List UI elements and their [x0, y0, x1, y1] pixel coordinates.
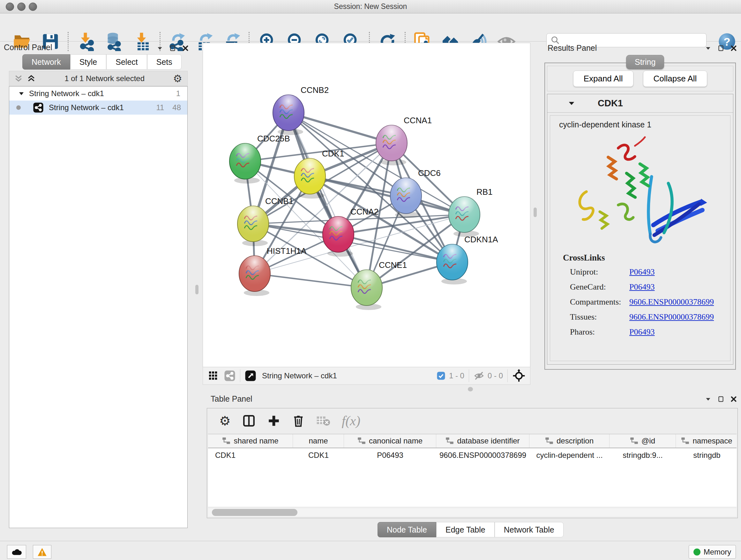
cloud-button[interactable] [7, 545, 26, 559]
main-toolbar: ? [0, 13, 741, 42]
table-cell: P06493 [344, 448, 436, 462]
show-columns-icon[interactable] [242, 414, 256, 428]
hidden-node-edge-count: 0 - 0 [488, 371, 503, 380]
network-options-gear-icon[interactable]: ⚙ [173, 72, 182, 84]
node-CCNE1[interactable]: CCNE1 [351, 260, 407, 310]
gene-result-card: CDK1 cyclin-dependent kinase 1 [547, 94, 733, 365]
column-label: name [309, 436, 328, 445]
table-container: ⚙ f(x) shared namenamecanonical namedata… [207, 408, 738, 518]
node-label: CCNA1 [404, 116, 432, 125]
panel-float-icon[interactable] [718, 395, 724, 402]
panel-close-icon[interactable] [182, 45, 189, 52]
column-header-shared-name[interactable]: shared name [208, 434, 293, 448]
table-horizontal-scrollbar[interactable] [208, 508, 737, 516]
delete-column-icon[interactable] [292, 414, 305, 428]
collection-name: String Network – cdk1 [29, 89, 104, 98]
panel-close-icon[interactable] [730, 395, 737, 402]
crosslink-link[interactable]: P06493 [629, 267, 655, 277]
panel-close-icon[interactable] [730, 45, 737, 52]
panel-menu-icon[interactable] [704, 395, 712, 402]
table-cell: CDK1 [208, 448, 293, 462]
crosslink-row: Pharos:P06493 [563, 327, 714, 337]
panel-menu-icon[interactable] [704, 45, 712, 52]
table-settings-gear-icon[interactable]: ⚙ [219, 414, 231, 428]
column-type-icon [446, 437, 454, 445]
birdseye-view-icon[interactable] [245, 370, 256, 381]
node-CDKN1A[interactable]: CDKN1A [436, 235, 498, 285]
crosslink-link[interactable]: 9606.ENSP00000378699 [629, 312, 714, 322]
network-view-share-icon[interactable] [224, 370, 235, 381]
network-collection-row[interactable]: String Network – cdk1 1 [9, 86, 187, 101]
gene-result-header[interactable]: CDK1 [547, 94, 733, 113]
network-graph[interactable]: CCNB2CCNA1CDC25BCDK1CDC6RB1CCNB1CCNA2CDK… [203, 43, 530, 367]
left-splitter-handle[interactable] [195, 285, 199, 294]
edge-HIST1H1A-CCNE1[interactable] [255, 273, 367, 288]
panel-float-icon[interactable] [718, 45, 724, 52]
node-HIST1H1A[interactable]: HIST1H1A [239, 246, 307, 296]
node-CCNB2[interactable]: CCNB2 [273, 85, 329, 135]
tab-sets[interactable]: Sets [147, 54, 182, 70]
crosslink-link[interactable]: P06493 [629, 327, 655, 337]
gene-result-body: cyclin-dependent kinase 1 [550, 115, 731, 361]
toolbar-separator [469, 369, 469, 382]
network-row[interactable]: String Network – cdk1 11 48 [9, 101, 187, 115]
crosslinks-section: CrossLinks Uniprot:P06493GeneCard:P06493… [563, 253, 714, 342]
expand-all-button[interactable]: Expand All [573, 71, 633, 87]
node-RB1[interactable]: RB1 [449, 187, 493, 237]
tab-edge-table[interactable]: Edge Table [436, 522, 495, 537]
node-label: CDC25B [257, 134, 290, 143]
memory-button[interactable]: Memory [689, 545, 736, 559]
gene-description: cyclin-dependent kinase 1 [559, 120, 730, 129]
selected-checkbox-icon[interactable] [436, 371, 446, 381]
column-header-@id[interactable]: @id [610, 434, 676, 448]
right-splitter-handle[interactable] [534, 207, 537, 217]
column-header-name[interactable]: name [293, 434, 344, 448]
tab-network-table[interactable]: Network Table [495, 522, 563, 537]
column-header-database-identifier[interactable]: database identifier [436, 434, 529, 448]
tab-network[interactable]: Network [22, 54, 70, 70]
column-type-icon [357, 437, 366, 445]
node-label: CDKN1A [464, 235, 498, 244]
delete-table-icon[interactable] [316, 415, 330, 427]
crosslink-link[interactable]: 9606.ENSP00000378699 [629, 297, 714, 307]
add-column-icon[interactable] [267, 414, 280, 428]
scrollbar-thumb[interactable] [212, 509, 297, 516]
column-header-canonical-name[interactable]: canonical name [344, 434, 436, 448]
panel-float-icon[interactable] [169, 45, 176, 52]
grid-view-icon[interactable] [208, 370, 219, 381]
tab-style[interactable]: Style [70, 54, 107, 70]
network-view-toolbar: String Network – cdk1 1 - 0 0 - 0 [203, 367, 530, 385]
function-builder-icon[interactable]: f(x) [342, 413, 360, 428]
collapse-all-icon[interactable] [14, 74, 23, 83]
column-header-namespace[interactable]: namespace [676, 434, 737, 448]
node-table[interactable]: shared namenamecanonical namedatabase id… [208, 434, 737, 507]
bottom-splitter-handle[interactable] [468, 387, 473, 391]
crosslink-link[interactable]: P06493 [629, 282, 655, 292]
column-label: @id [642, 436, 655, 445]
fit-selected-crosshair-icon[interactable] [512, 369, 526, 382]
collapse-all-button[interactable]: Collapse All [643, 71, 708, 87]
window-title: Session: New Session [0, 2, 741, 11]
warnings-button[interactable] [33, 545, 51, 559]
node-CDK1[interactable]: CDK1 [294, 149, 344, 199]
table-row[interactable]: CDK1CDK1P064939606.ENSP00000378699cyclin… [208, 448, 737, 462]
memory-label: Memory [704, 548, 731, 557]
hidden-eye-icon[interactable] [474, 370, 484, 381]
tab-select[interactable]: Select [106, 54, 147, 70]
column-label: shared name [233, 436, 278, 445]
column-header-description[interactable]: description [529, 434, 610, 448]
node-CCNA1[interactable]: CCNA1 [376, 116, 432, 165]
crosslink-label: Compartments: [570, 297, 629, 307]
tab-node-table[interactable]: Node Table [378, 522, 436, 537]
expand-all-icon[interactable] [26, 74, 36, 83]
tree-expander-icon[interactable] [18, 90, 24, 97]
network-canvas[interactable]: CCNB2CCNA1CDC25BCDK1CDC6RB1CCNB1CCNA2CDK… [203, 43, 530, 367]
collapse-entry-icon[interactable] [568, 100, 576, 107]
panel-menu-icon[interactable] [156, 45, 163, 52]
node-label: RB1 [476, 187, 493, 197]
results-panel-title: Results Panel [548, 44, 597, 53]
node-label: HIST1H1A [267, 246, 307, 256]
column-label: canonical name [369, 436, 422, 445]
edge-CCNB2-CCNE1[interactable] [288, 113, 367, 288]
tab-string[interactable]: String [626, 55, 664, 69]
